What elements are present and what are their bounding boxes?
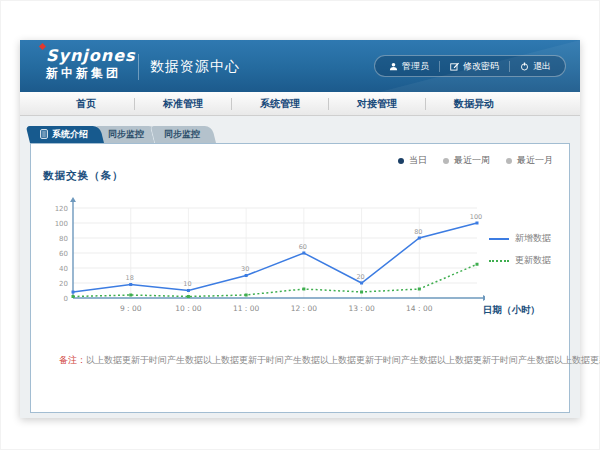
data-point-marker xyxy=(418,288,421,291)
chart-y-axis-title: 数据交换（条） xyxy=(43,169,124,183)
x-tick-label: 12 : 00 xyxy=(291,304,318,313)
chart-legend: 新增数据 更新数据 xyxy=(489,232,551,267)
change-password-button[interactable]: 修改密码 xyxy=(440,60,509,73)
data-point-label: 18 xyxy=(126,274,134,282)
admin-user-label: 管理员 xyxy=(402,60,429,73)
x-tick-label: 9 : 00 xyxy=(120,304,142,313)
y-tick-label: 40 xyxy=(59,265,68,273)
radio-unselected-icon xyxy=(443,158,449,164)
data-point-label: 80 xyxy=(414,228,422,236)
data-point-marker xyxy=(360,291,363,294)
y-tick-label: 120 xyxy=(55,205,68,213)
data-point-marker xyxy=(129,294,132,297)
logout-button[interactable]: 退出 xyxy=(510,60,561,73)
tab-label: 同步监控 xyxy=(108,128,144,141)
data-point-marker xyxy=(418,237,421,240)
data-point-marker xyxy=(187,289,190,292)
user-pill: 管理员 修改密码 退出 xyxy=(374,55,566,77)
logo-spark-icon xyxy=(39,43,46,50)
radio-unselected-icon xyxy=(506,158,512,164)
tab-system-intro[interactable]: 系统介绍 xyxy=(30,126,104,143)
chart-x-axis-label: 日期（小时） xyxy=(483,304,540,317)
y-axis-arrow-icon xyxy=(70,197,76,202)
tab-bar: 系统介绍 同步监控 同步监控 xyxy=(30,126,210,143)
data-point-marker xyxy=(476,222,479,225)
footnote: 备注：以上数据更新于时间产生数据以上数据更新于时间产生数据以上数据更新于时间产生… xyxy=(59,354,564,367)
x-tick-label: 10 : 00 xyxy=(175,304,202,313)
edit-icon xyxy=(450,62,459,71)
x-tick-label: 11 : 00 xyxy=(233,304,260,313)
footnote-text: 以上数据更新于时间产生数据以上数据更新于时间产生数据以上数据更新于时间产生数据以… xyxy=(86,355,600,365)
document-icon xyxy=(40,129,48,141)
tab-label: 同步监控 xyxy=(164,128,200,141)
power-icon xyxy=(520,62,529,71)
radio-last-month[interactable]: 最近一月 xyxy=(506,154,553,167)
brand-logo-cn: 新中新集团 xyxy=(46,65,136,81)
brand-logo-text: Synjones xyxy=(46,47,136,65)
data-exchange-line-chart: 0204060801001209 : 0010 : 0011 : 0012 : … xyxy=(35,192,485,322)
x-tick-label: 14 : 00 xyxy=(406,304,433,313)
data-point-label: 30 xyxy=(241,265,249,273)
data-point-marker xyxy=(245,274,248,277)
x-tick-label: 13 : 00 xyxy=(348,304,375,313)
data-point-label: 10 xyxy=(183,280,191,288)
y-tick-label: 60 xyxy=(59,250,68,258)
data-point-label: 60 xyxy=(299,243,307,251)
radio-selected-icon xyxy=(398,158,404,164)
change-password-label: 修改密码 xyxy=(463,60,499,73)
legend-item-updated-data[interactable]: 更新数据 xyxy=(489,254,551,267)
tab-label: 系统介绍 xyxy=(52,128,88,141)
footnote-prefix: 备注： xyxy=(59,355,86,365)
radio-last-week[interactable]: 最近一周 xyxy=(443,154,490,167)
brand-logo: Synjones 新中新集团 xyxy=(46,47,136,81)
pill-separator xyxy=(509,61,510,72)
app-window: Synjones 新中新集团 数据资源中心 管理员 修改密 xyxy=(20,40,580,418)
x-axis-arrow-icon xyxy=(483,295,485,301)
data-point-marker xyxy=(72,291,75,294)
header-divider xyxy=(138,54,139,80)
content-panel: 当日 最近一周 最近一月 数据交换（条） 0204060801001209 : … xyxy=(30,143,570,413)
nav-item-system-mgmt[interactable]: 系统管理 xyxy=(232,97,328,111)
admin-user-button[interactable]: 管理员 xyxy=(379,60,439,73)
data-point-marker xyxy=(360,282,363,285)
legend-label: 更新数据 xyxy=(515,254,551,267)
data-point-marker xyxy=(187,295,190,298)
radio-label: 最近一月 xyxy=(517,154,553,167)
y-tick-label: 20 xyxy=(59,280,68,288)
radio-label: 当日 xyxy=(409,154,427,167)
data-point-marker xyxy=(129,283,132,286)
data-point-marker xyxy=(476,263,479,266)
nav-item-interface-mgmt[interactable]: 对接管理 xyxy=(329,97,425,111)
data-point-label: 20 xyxy=(356,273,364,281)
radio-today[interactable]: 当日 xyxy=(398,154,427,167)
user-icon xyxy=(389,62,398,71)
data-point-marker xyxy=(72,295,75,298)
screen: Synjones 新中新集团 数据资源中心 管理员 修改密 xyxy=(0,0,600,450)
dotted-line-icon xyxy=(489,260,509,262)
y-tick-label: 100 xyxy=(55,220,68,228)
data-point-marker xyxy=(302,288,305,291)
y-tick-label: 80 xyxy=(59,235,68,243)
header: Synjones 新中新集团 数据资源中心 管理员 修改密 xyxy=(20,40,580,92)
data-point-label: 100 xyxy=(470,213,482,221)
logout-label: 退出 xyxy=(533,60,551,73)
legend-item-new-data[interactable]: 新增数据 xyxy=(489,232,551,245)
radio-label: 最近一周 xyxy=(454,154,490,167)
data-point-marker xyxy=(302,252,305,255)
solid-line-icon xyxy=(489,238,509,240)
app-title: 数据资源中心 xyxy=(150,58,240,76)
nav-item-standard-mgmt[interactable]: 标准管理 xyxy=(135,97,231,111)
nav-item-home[interactable]: 首页 xyxy=(38,97,134,111)
main-nav: 首页 标准管理 系统管理 对接管理 数据异动 xyxy=(20,92,580,116)
legend-label: 新增数据 xyxy=(515,232,551,245)
data-point-marker xyxy=(245,294,248,297)
tab-sync-monitor-2[interactable]: 同步监控 xyxy=(154,126,216,143)
range-filters: 当日 最近一周 最近一月 xyxy=(398,154,553,167)
y-tick-label: 0 xyxy=(64,295,68,303)
nav-item-data-change[interactable]: 数据异动 xyxy=(426,97,522,111)
